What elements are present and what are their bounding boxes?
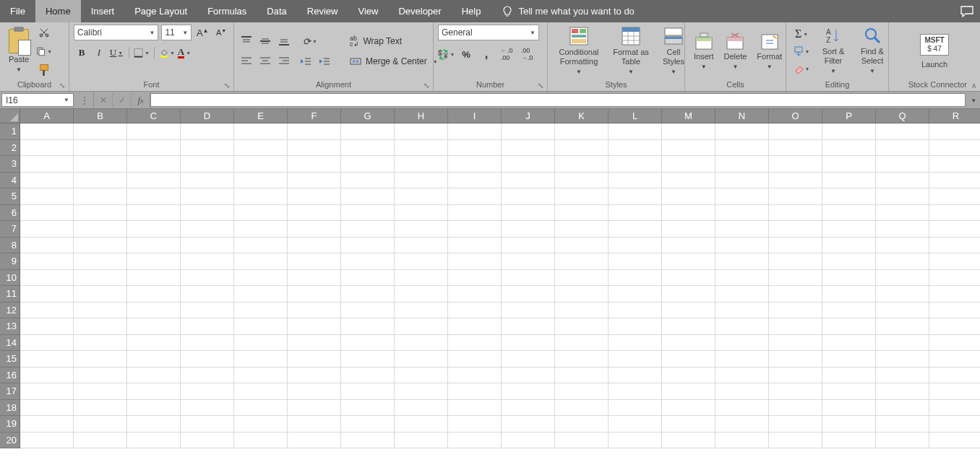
cell[interactable]	[662, 318, 715, 335]
tab-page-layout[interactable]: Page Layout	[124, 0, 197, 22]
cell[interactable]	[448, 221, 502, 238]
cell[interactable]	[181, 286, 234, 303]
cell[interactable]	[822, 253, 876, 270]
cell[interactable]	[341, 188, 395, 205]
cell[interactable]	[929, 286, 980, 303]
cell[interactable]	[715, 368, 769, 384]
bold-button[interactable]: B	[74, 45, 90, 61]
cell[interactable]	[181, 303, 234, 319]
copy-button[interactable]: ▼	[36, 43, 52, 59]
cell[interactable]	[715, 318, 769, 335]
cell[interactable]	[822, 238, 876, 254]
cell[interactable]	[502, 383, 555, 400]
cell[interactable]	[234, 188, 288, 205]
cell[interactable]	[609, 205, 662, 222]
cell[interactable]	[876, 270, 929, 287]
dialog-launcher[interactable]: ⤡	[421, 80, 431, 90]
column-header[interactable]: R	[929, 109, 980, 123]
cell[interactable]	[822, 140, 876, 157]
cell[interactable]	[74, 270, 127, 287]
fill-color-button[interactable]: ▼	[159, 45, 175, 61]
cell[interactable]	[448, 286, 502, 303]
column-header[interactable]: K	[555, 109, 609, 123]
cell[interactable]	[448, 433, 502, 449]
cell[interactable]	[822, 368, 876, 384]
tab-review[interactable]: Review	[297, 0, 348, 22]
row-header[interactable]: 16	[0, 368, 20, 384]
cell[interactable]	[395, 416, 448, 433]
cell[interactable]	[127, 303, 181, 319]
cell[interactable]	[234, 368, 288, 384]
column-header[interactable]: L	[609, 109, 662, 123]
cell[interactable]	[555, 173, 609, 189]
cell[interactable]	[876, 400, 929, 417]
cell[interactable]	[448, 123, 502, 140]
cell[interactable]	[234, 318, 288, 335]
cell[interactable]	[74, 318, 127, 335]
cell[interactable]	[609, 188, 662, 205]
cell[interactable]	[127, 156, 181, 173]
cell[interactable]	[395, 400, 448, 417]
row-header[interactable]: 11	[0, 286, 20, 303]
cell[interactable]	[662, 416, 715, 433]
cell[interactable]	[341, 416, 395, 433]
cell[interactable]	[20, 221, 74, 238]
cell[interactable]	[929, 253, 980, 270]
cell[interactable]	[662, 303, 715, 319]
tell-me-search[interactable]: Tell me what you want to do	[491, 0, 645, 22]
cell[interactable]	[127, 253, 181, 270]
cell[interactable]	[555, 140, 609, 157]
cell[interactable]	[822, 335, 876, 352]
cell[interactable]	[74, 238, 127, 254]
cell[interactable]	[341, 335, 395, 352]
row-header[interactable]: 17	[0, 383, 20, 400]
align-center-button[interactable]	[257, 53, 273, 69]
cell[interactable]	[395, 238, 448, 254]
cell[interactable]	[341, 156, 395, 173]
cell[interactable]	[341, 368, 395, 384]
row-header[interactable]: 6	[0, 205, 20, 222]
cell[interactable]	[127, 188, 181, 205]
cell[interactable]	[662, 270, 715, 287]
cell[interactable]	[715, 270, 769, 287]
dialog-launcher[interactable]: ⤡	[222, 80, 232, 90]
cell[interactable]	[448, 238, 502, 254]
column-header[interactable]: C	[127, 109, 181, 123]
cell[interactable]	[502, 188, 555, 205]
cell[interactable]	[609, 253, 662, 270]
cell[interactable]	[822, 416, 876, 433]
cell[interactable]	[929, 123, 980, 140]
cell[interactable]	[341, 221, 395, 238]
dialog-launcher[interactable]: ⤡	[536, 80, 546, 90]
cell[interactable]	[715, 188, 769, 205]
cell[interactable]	[929, 156, 980, 173]
cell[interactable]	[20, 156, 74, 173]
font-size-combo[interactable]: 11▼	[161, 25, 192, 40]
cell[interactable]	[74, 368, 127, 384]
cell[interactable]	[929, 416, 980, 433]
cell[interactable]	[181, 368, 234, 384]
cell[interactable]	[769, 286, 822, 303]
tab-file[interactable]: File	[0, 0, 35, 22]
cell[interactable]	[502, 318, 555, 335]
cell[interactable]	[822, 270, 876, 287]
cell[interactable]	[448, 140, 502, 157]
cell[interactable]	[20, 286, 74, 303]
cell[interactable]	[448, 368, 502, 384]
cell[interactable]	[876, 188, 929, 205]
cell[interactable]	[555, 221, 609, 238]
cell[interactable]	[74, 205, 127, 222]
cell[interactable]	[555, 188, 609, 205]
cancel-formula-button[interactable]: ✕	[94, 92, 113, 108]
row-header[interactable]: 7	[0, 221, 20, 238]
cell[interactable]	[395, 286, 448, 303]
cell[interactable]	[341, 173, 395, 189]
cell-area[interactable]	[20, 123, 980, 448]
cell[interactable]	[555, 238, 609, 254]
cell[interactable]	[234, 383, 288, 400]
cell[interactable]	[715, 253, 769, 270]
cell[interactable]	[502, 433, 555, 449]
cell[interactable]	[341, 351, 395, 368]
column-header[interactable]: F	[288, 109, 341, 123]
cell[interactable]	[181, 416, 234, 433]
